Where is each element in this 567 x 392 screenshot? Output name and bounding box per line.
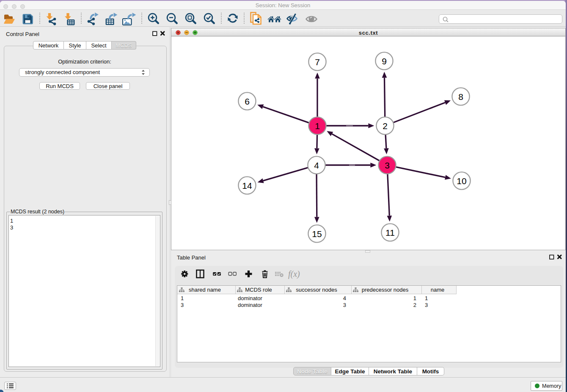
svg-text:6: 6 <box>245 97 250 106</box>
svg-text:9: 9 <box>382 56 387 66</box>
svg-text:2: 2 <box>383 121 388 131</box>
svg-text:14: 14 <box>242 181 252 190</box>
svg-text:8: 8 <box>458 92 463 102</box>
svg-text:4: 4 <box>314 160 319 170</box>
svg-text:7: 7 <box>315 57 320 67</box>
svg-text:10: 10 <box>457 176 466 186</box>
svg-text:15: 15 <box>312 229 322 239</box>
svg-text:3: 3 <box>385 160 390 170</box>
svg-text:11: 11 <box>385 228 395 237</box>
svg-text:1: 1 <box>315 121 320 131</box>
